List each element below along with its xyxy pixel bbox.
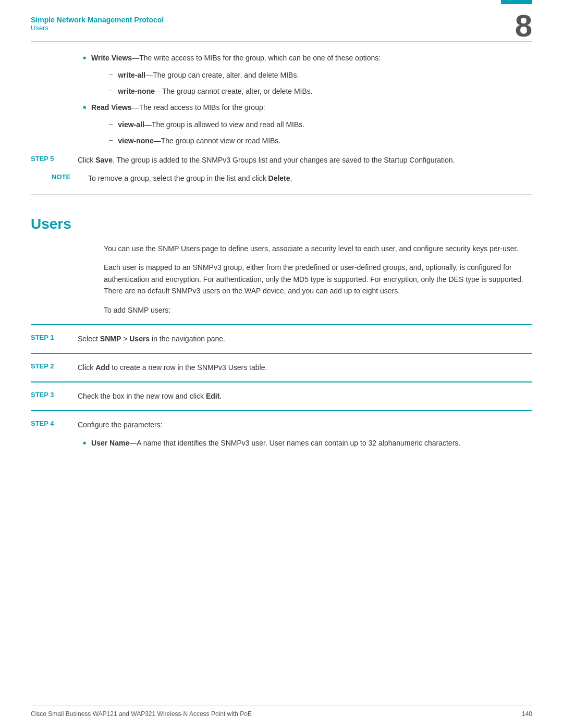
read-views-subitems: – view-all—The group is allowed to view … (31, 119, 532, 146)
sub-dash-2: – (109, 87, 113, 94)
header-subtitle: Users (31, 24, 532, 32)
users-step-1-label: STEP 1 (31, 334, 78, 341)
steps-divider-2 (31, 353, 532, 354)
sub-dash-1: – (109, 70, 113, 78)
users-step-4-label: STEP 4 (31, 419, 78, 427)
users-intro-line: To add SNMP users: (31, 304, 532, 316)
write-all-item: – write-all—The group can create, alter,… (31, 70, 532, 81)
save-bold: Save (95, 156, 113, 164)
write-views-label: Write Views (91, 54, 132, 62)
snmp-bold: SNMP (100, 335, 121, 343)
steps-divider-3 (31, 381, 532, 382)
read-views-list: ■ Read Views—The read access to MIBs for… (31, 102, 532, 113)
section-divider (31, 194, 532, 195)
view-none-desc: —The group cannot view or read MIBs. (154, 137, 281, 145)
write-all-content: write-all—The group can create, alter, a… (118, 70, 532, 81)
step-5-content: Click Save. The group is added to the SN… (78, 155, 532, 166)
view-all-content: view-all—The group is allowed to view an… (118, 119, 532, 130)
users-step-4: STEP 4 Configure the parameters: (31, 419, 532, 430)
write-none-content: write-none—The group cannot create, alte… (118, 86, 532, 97)
content-area: ■ Write Views—The write access to MIBs f… (0, 42, 563, 471)
write-views-subitems: – write-all—The group can create, alter,… (31, 70, 532, 97)
write-views-content: Write Views—The write access to MIBs for… (91, 53, 532, 64)
view-all-term: view-all (118, 120, 144, 129)
write-views-list: ■ Write Views—The write access to MIBs f… (31, 53, 532, 64)
steps-divider (31, 324, 532, 325)
add-bold: Add (95, 363, 109, 372)
chapter-number: 8 (515, 10, 532, 42)
user-name-label: User Name (91, 439, 129, 447)
bullet-dot-3: ■ (83, 440, 86, 446)
users-para-1: You can use the SNMP Users page to defin… (31, 243, 532, 254)
footer-text: Cisco Small Business WAP121 and WAP321 W… (31, 710, 252, 718)
users-heading: Users (31, 216, 532, 232)
users-step-2-content: Click Add to create a new row in the SNM… (78, 362, 532, 373)
bullet-dot: ■ (83, 55, 86, 60)
users-step-3-label: STEP 3 (31, 391, 78, 399)
step-5: STEP 5 Click Save. The group is added to… (31, 155, 532, 166)
header-title: Simple Network Management Protocol (31, 16, 532, 24)
read-views-item: ■ Read Views—The read access to MIBs for… (31, 102, 532, 113)
read-views-label: Read Views (91, 103, 132, 112)
users-step-4-content: Configure the parameters: (78, 419, 532, 430)
step5-container: STEP 5 Click Save. The group is added to… (31, 155, 532, 184)
delete-bold: Delete (268, 174, 290, 182)
users-bold: Users (129, 335, 150, 343)
user-name-desc: —A name that identifies the SNMPv3 user.… (129, 439, 460, 447)
users-step-3: STEP 3 Check the box in the new row and … (31, 391, 532, 402)
view-all-desc: —The group is allowed to view and read a… (144, 120, 304, 129)
write-none-term: write-none (118, 87, 155, 95)
view-none-item: – view-none—The group cannot view or rea… (31, 135, 532, 146)
read-views-content: Read Views—The read access to MIBs for t… (91, 102, 532, 113)
users-step-2: STEP 2 Click Add to create a new row in … (31, 362, 532, 373)
bullet-dot-2: ■ (83, 104, 86, 110)
write-none-desc: —The group cannot create, alter, or dele… (155, 87, 313, 95)
write-all-desc: —The group can create, alter, and delete… (145, 71, 299, 79)
users-step-2-label: STEP 2 (31, 362, 78, 370)
users-step-3-content: Check the box in the new row and click E… (78, 391, 532, 402)
footer-page-number: 140 (522, 710, 532, 718)
param-list: ■ User Name—A name that identifies the S… (31, 438, 532, 449)
page-footer: Cisco Small Business WAP121 and WAP321 W… (31, 706, 532, 718)
view-none-content: view-none—The group cannot view or read … (118, 135, 532, 146)
user-name-item: ■ User Name—A name that identifies the S… (31, 438, 532, 449)
sub-dash-4: – (109, 136, 113, 144)
view-none-term: view-none (118, 137, 153, 145)
steps-divider-4 (31, 410, 532, 411)
sub-dash-3: – (109, 120, 113, 128)
note-content: To remove a group, select the group in t… (88, 173, 532, 184)
note-label: NOTE (52, 173, 88, 181)
step-5-label: STEP 5 (31, 155, 78, 163)
users-step-1: STEP 1 Select SNMP > Users in the naviga… (31, 334, 532, 344)
note-item: NOTE To remove a group, select the group… (31, 173, 532, 184)
read-views-description: —The read access to MIBs for the group: (132, 103, 265, 112)
page-container: Simple Network Management Protocol Users… (0, 0, 563, 728)
edit-bold: Edit (206, 392, 219, 400)
user-name-content: User Name—A name that identifies the SNM… (91, 438, 532, 449)
page-header: Simple Network Management Protocol Users… (0, 0, 563, 37)
write-views-description: —The write access to MIBs for the group,… (132, 54, 381, 62)
view-all-item: – view-all—The group is allowed to view … (31, 119, 532, 130)
users-step-1-content: Select SNMP > Users in the navigation pa… (78, 334, 532, 344)
write-none-item: – write-none—The group cannot create, al… (31, 86, 532, 97)
users-para-2: Each user is mapped to an SNMPv3 group, … (31, 262, 532, 297)
write-views-item: ■ Write Views—The write access to MIBs f… (31, 53, 532, 64)
write-all-term: write-all (118, 71, 145, 79)
